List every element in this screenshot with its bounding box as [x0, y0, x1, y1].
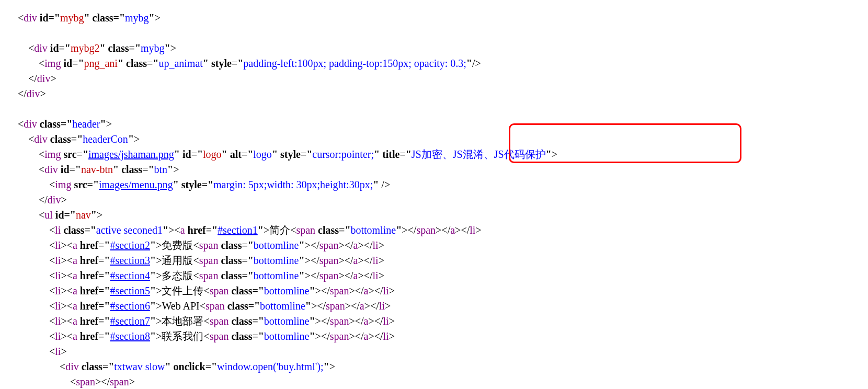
code-line: <li><a href="#section5">文件上传<span class=…: [18, 283, 868, 299]
code-line-blank: [18, 101, 868, 117]
code-line: <img id="png_ani" class="up_animat" styl…: [18, 56, 868, 71]
code-line: <div id="mybg2" class="mybg">: [18, 41, 868, 56]
code-line: <div id="nav-btn" class="btn">: [18, 162, 868, 177]
code-line: <li class="active seconed1"><a href="#se…: [18, 223, 868, 238]
code-line: <li>: [18, 344, 868, 359]
code-line: </div>: [18, 192, 868, 208]
code-line: <li><a href="#section8">联系我们<span class=…: [18, 329, 868, 344]
code-view: <div id="mybg" class="mybg"> <div id="my…: [18, 10, 868, 389]
code-line: <div id="mybg" class="mybg">: [18, 10, 868, 26]
code-line-blank: [18, 26, 868, 41]
code-line: </div>: [18, 71, 868, 86]
code-line: <li><a href="#section4">多态版<span class="…: [18, 268, 868, 283]
code-line: <img src="images/menu.png" style="margin…: [18, 177, 868, 192]
code-line: <li><a href="#section3">通用版<span class="…: [18, 253, 868, 268]
code-line: </div>: [18, 86, 868, 101]
code-line: <div class="header">: [18, 117, 868, 132]
code-line: <span></span>: [18, 374, 868, 389]
code-line: <li><a href="#section6">Web API<span cla…: [18, 299, 868, 314]
code-line: <ul id="nav">: [18, 208, 868, 223]
code-line: <li><a href="#section7">本地部署<span class=…: [18, 314, 868, 329]
code-line: <div class="headerCon">: [18, 132, 868, 147]
code-line: <img src="images/jshaman.png" id="logo" …: [18, 147, 868, 162]
code-line: <div class="txtwav slow" onclick="window…: [18, 359, 868, 374]
code-line: <li><a href="#section2">免费版<span class="…: [18, 238, 868, 253]
